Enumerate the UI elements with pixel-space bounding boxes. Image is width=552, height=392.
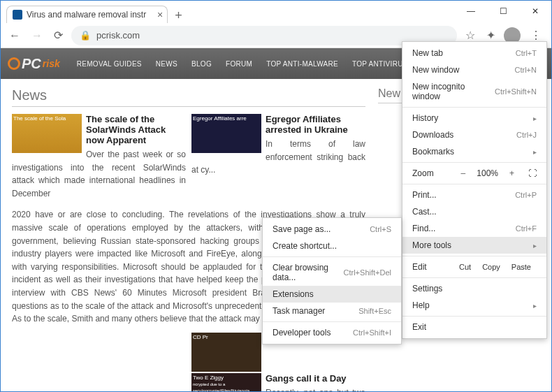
menu-incognito[interactable]: New incognito windowCtrl+Shift+N (402, 78, 546, 105)
menu-downloads[interactable]: DownloadsCtrl+J (402, 126, 546, 143)
news-thumb-4: Two E Ziggyncrypted due to a secu\nncryp… (191, 373, 261, 391)
minimize-button[interactable]: — (455, 1, 487, 22)
cut-button[interactable]: Cut (453, 263, 477, 271)
back-button[interactable]: ← (6, 29, 23, 42)
submenu-save-page[interactable]: Save page as...Ctrl+S (263, 221, 401, 238)
copy-button[interactable]: Copy (477, 263, 506, 271)
menu-help[interactable]: Help▸ (402, 297, 546, 314)
menu-print[interactable]: Print...Ctrl+P (402, 187, 546, 203)
favicon-icon (13, 10, 22, 20)
news-thumb-3: CD Pr (191, 333, 261, 372)
menu-settings[interactable]: Settings (402, 280, 546, 297)
menu-exit[interactable]: Exit (402, 319, 546, 335)
more-tools-submenu: Save page as...Ctrl+S Create shortcut...… (262, 217, 402, 344)
menu-edit-row: Edit Cut Copy Paste (402, 259, 546, 275)
menu-history[interactable]: History▸ (402, 110, 546, 126)
logo-magnifier-icon (8, 57, 20, 70)
fullscreen-button[interactable]: ⛶ (528, 168, 537, 178)
submenu-task-manager[interactable]: Task managerShift+Esc (263, 303, 401, 319)
close-tab-icon[interactable]: × (157, 9, 163, 20)
maximize-button[interactable]: ☐ (487, 1, 519, 22)
news-article-4[interactable]: Two E Ziggyncrypted due to a secu\nncryp… (191, 373, 365, 391)
tab-title: Virus and malware removal instr (27, 10, 146, 20)
news-thumb-2: Egregor Affiliates arre (191, 114, 261, 153)
menu-new-tab[interactable]: New tabCtrl+T (402, 45, 546, 61)
bookmark-star-icon[interactable]: ☆ (463, 29, 478, 42)
lock-icon: 🔒 (80, 30, 91, 41)
logo-risk-text: risk (43, 58, 60, 69)
extensions-icon[interactable]: ✦ (484, 29, 498, 42)
browser-tab[interactable]: Virus and malware removal instr × (6, 6, 168, 23)
submenu-create-shortcut[interactable]: Create shortcut... (263, 238, 401, 254)
nav-top-antimalware[interactable]: TOP ANTI-MALWARE (259, 60, 345, 68)
menu-bookmarks[interactable]: Bookmarks▸ (402, 143, 546, 160)
zoom-label: Zoom (412, 168, 453, 178)
paste-button[interactable]: Paste (506, 263, 537, 271)
menu-cast[interactable]: Cast... (402, 203, 546, 220)
zoom-out-button[interactable]: – (457, 168, 470, 178)
zoom-in-button[interactable]: + (505, 168, 518, 178)
menu-find[interactable]: Find...Ctrl+F (402, 220, 546, 237)
logo-pc-text: PC (22, 56, 41, 72)
nav-news[interactable]: NEWS (149, 60, 184, 68)
new-tab-button[interactable]: + (170, 8, 187, 23)
window-controls: — ☐ ✕ (455, 1, 551, 22)
titlebar: Virus and malware removal instr × + — ☐ … (1, 1, 551, 23)
zoom-value: 100% (474, 168, 501, 178)
menu-zoom: Zoom – 100% + ⛶ (402, 165, 546, 182)
submenu-clear-data[interactable]: Clear browsing data...Ctrl+Shift+Del (263, 259, 401, 286)
submenu-extensions[interactable]: Extensions (263, 286, 401, 303)
menu-new-window[interactable]: New windowCtrl+N (402, 61, 546, 78)
news-thumb-1: The scale of the Sola (12, 114, 82, 153)
chrome-menu: New tabCtrl+T New windowCtrl+N New incog… (402, 41, 547, 339)
close-window-button[interactable]: ✕ (519, 1, 551, 22)
url-text: pcrisk.com (96, 30, 140, 41)
news-lead-1: Over the past week or so investigations … (12, 148, 186, 200)
address-bar[interactable]: 🔒 pcrisk.com (71, 26, 457, 45)
news-article-1[interactable]: The scale of the Sola The scale of the S… (12, 114, 186, 200)
chrome-menu-button[interactable]: ⋮ (526, 29, 546, 42)
forward-button[interactable]: → (29, 29, 45, 42)
nav-removal-guides[interactable]: REMOVAL GUIDES (70, 60, 149, 68)
news-article-2[interactable]: Egregor Affiliates arre Egregor Affiliat… (191, 114, 365, 177)
edit-label: Edit (412, 262, 453, 272)
reload-button[interactable]: ⟳ (51, 29, 66, 42)
site-logo[interactable]: PCrisk (8, 56, 60, 72)
nav-blog[interactable]: BLOG (184, 60, 219, 68)
news-heading: News (12, 87, 365, 107)
menu-more-tools[interactable]: More tools▸ (402, 237, 546, 254)
submenu-dev-tools[interactable]: Developer toolsCtrl+Shift+I (263, 324, 401, 341)
nav-forum[interactable]: FORUM (219, 60, 259, 68)
